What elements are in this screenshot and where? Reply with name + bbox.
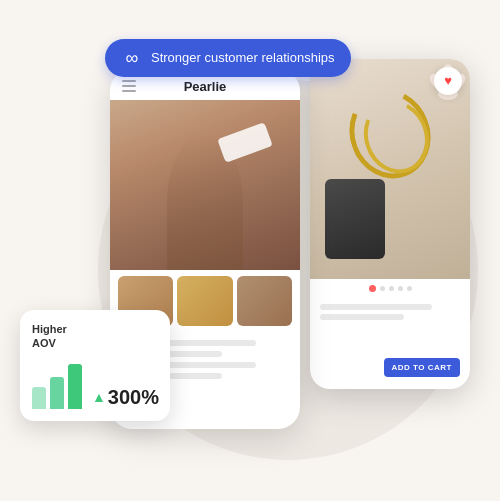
pearl-clip [220, 130, 270, 155]
hamburger-icon[interactable] [122, 80, 136, 92]
phone-right-hero: ♥ [310, 59, 470, 279]
woman-image [110, 100, 300, 270]
add-to-cart-button[interactable]: ADD TO CART [384, 358, 460, 377]
thumb-2[interactable] [177, 276, 232, 326]
bar-3 [68, 364, 82, 409]
necklace-chain [337, 78, 443, 190]
aov-title: Higher AOV [32, 322, 158, 351]
dot-3[interactable] [389, 286, 394, 291]
dot-1[interactable] [369, 285, 376, 292]
ham-line-1 [122, 80, 136, 82]
bar-1 [32, 387, 46, 409]
scene-container: ∞ Stronger customer relationships Pearli… [20, 21, 480, 481]
badge-text: Stronger customer relationships [151, 50, 335, 65]
store-name: Pearlie [184, 79, 227, 94]
aov-card: Higher AOV ▲ 300% [20, 310, 170, 421]
phone-right: ♥ ADD TO CART [310, 59, 470, 389]
wishlist-heart[interactable]: ♥ [434, 67, 462, 95]
right-phone-lines [310, 298, 470, 326]
percent-number: 300% [108, 386, 159, 409]
dot-2[interactable] [380, 286, 385, 291]
right-line-1 [320, 304, 432, 310]
up-arrow-icon: ▲ [92, 389, 106, 405]
infinity-icon: ∞ [121, 47, 143, 69]
feature-badge: ∞ Stronger customer relationships [105, 39, 351, 77]
right-line-2 [320, 314, 404, 320]
heart-icon: ♥ [444, 73, 452, 88]
dot-5[interactable] [407, 286, 412, 291]
thumb-3[interactable] [237, 276, 292, 326]
ham-line-2 [122, 85, 136, 87]
ham-line-3 [122, 90, 136, 92]
aov-percent-value: ▲ 300% [92, 386, 159, 409]
bar-chart [32, 359, 82, 409]
stone-block [325, 179, 385, 259]
aov-content: ▲ 300% [32, 359, 158, 409]
phone-main-hero [110, 100, 300, 270]
image-dots [310, 279, 470, 298]
dot-4[interactable] [398, 286, 403, 291]
bar-2 [50, 377, 64, 409]
